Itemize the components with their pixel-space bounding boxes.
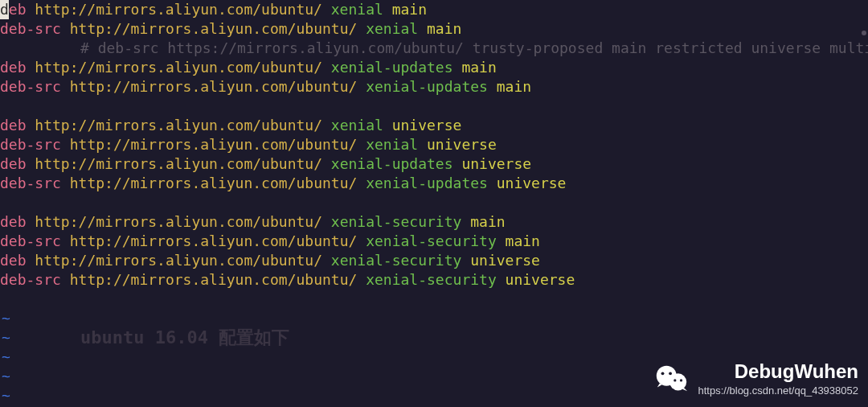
svg-point-1 <box>669 373 686 390</box>
token-suite: xenial-updates <box>331 58 462 77</box>
token-deb: deb <box>0 251 35 270</box>
editor-line[interactable] <box>0 193 868 212</box>
token-url: http://mirrors.aliyun.com/ubuntu/ <box>35 251 330 270</box>
token-suite: xenial <box>331 0 392 19</box>
editor-line[interactable]: deb-src http://mirrors.aliyun.com/ubuntu… <box>0 19 868 39</box>
token-suite: xenial <box>366 135 427 154</box>
editor-line[interactable]: deb-src http://mirrors.aliyun.com/ubuntu… <box>0 270 868 290</box>
token-component: universe <box>497 174 567 193</box>
text-cursor: d <box>0 0 9 19</box>
wechat-icon <box>653 360 690 402</box>
token-component: universe <box>470 251 540 270</box>
token-url: http://mirrors.aliyun.com/ubuntu/ <box>35 212 330 232</box>
token-deb: deb-src <box>0 135 70 154</box>
token-suite: xenial-updates <box>366 174 497 193</box>
token-suite: xenial <box>331 116 392 135</box>
editor-line[interactable]: deb http://mirrors.aliyun.com/ubuntu/ xe… <box>0 116 868 135</box>
token-suite: xenial-updates <box>331 154 462 174</box>
token-deb: deb <box>0 58 35 77</box>
watermark-label: DebugWuhen <box>735 362 858 381</box>
token-suite: xenial-security <box>366 232 505 251</box>
token-component: main <box>497 77 531 97</box>
token-deb: deb <box>0 116 35 135</box>
token-component: main <box>392 0 427 19</box>
token-component: main <box>470 212 505 232</box>
editor-line[interactable]: deb-src http://mirrors.aliyun.com/ubuntu… <box>0 77 868 97</box>
token-deb: eb <box>9 0 35 19</box>
token-deb: deb-src <box>0 174 70 193</box>
token-deb: deb-src <box>0 232 70 251</box>
watermark-link: https://blog.csdn.net/qq_43938052 <box>698 381 859 401</box>
editor-line[interactable]: deb http://mirrors.aliyun.com/ubuntu/ xe… <box>0 154 868 174</box>
token-suite: xenial-security <box>331 251 470 270</box>
editor-line[interactable] <box>0 39 868 58</box>
token-url: http://mirrors.aliyun.com/ubuntu/ <box>70 232 366 251</box>
token-deb: deb-src <box>0 270 70 290</box>
token-component: universe <box>392 116 462 135</box>
token-component: universe <box>461 154 531 174</box>
token-component: main <box>427 19 461 39</box>
token-suite: xenial-updates <box>366 77 497 97</box>
vim-tilde: ~ <box>0 386 10 405</box>
svg-point-4 <box>674 379 676 381</box>
vim-tilde: ~ <box>0 367 10 386</box>
token-component: main <box>506 232 540 251</box>
token-url: http://mirrors.aliyun.com/ubuntu/ <box>70 135 366 154</box>
token-suite: xenial <box>366 19 427 39</box>
editor-line[interactable]: deb http://mirrors.aliyun.com/ubuntu/ xe… <box>0 251 868 270</box>
editor-line[interactable]: deb-src http://mirrors.aliyun.com/ubuntu… <box>0 174 868 193</box>
token-deb: deb <box>0 212 35 232</box>
token-url: http://mirrors.aliyun.com/ubuntu/ <box>35 58 330 77</box>
vim-tilde: ~ <box>0 328 10 347</box>
token-url: http://mirrors.aliyun.com/ubuntu/ <box>35 154 330 174</box>
watermark: DebugWuhen https://blog.csdn.net/qq_4393… <box>653 360 859 402</box>
token-url: http://mirrors.aliyun.com/ubuntu/ <box>70 19 366 39</box>
token-suite: xenial-security <box>366 270 505 290</box>
token-url: http://mirrors.aliyun.com/ubuntu/ <box>35 0 330 19</box>
token-component: main <box>461 58 496 77</box>
editor-line[interactable]: deb http://mirrors.aliyun.com/ubuntu/ xe… <box>0 58 868 77</box>
token-suite: xenial-security <box>331 212 470 232</box>
svg-point-2 <box>661 372 664 375</box>
token-deb: deb-src <box>0 77 70 97</box>
editor-line[interactable] <box>0 97 868 116</box>
terminal-editor[interactable]: deb http://mirrors.aliyun.com/ubuntu/ xe… <box>0 0 868 405</box>
token-component: universe <box>427 135 497 154</box>
token-url: http://mirrors.aliyun.com/ubuntu/ <box>35 116 330 135</box>
editor-line[interactable]: ~ <box>0 309 868 328</box>
token-url: http://mirrors.aliyun.com/ubuntu/ <box>70 270 366 290</box>
token-url: http://mirrors.aliyun.com/ubuntu/ <box>70 174 366 193</box>
editor-line[interactable]: deb http://mirrors.aliyun.com/ubuntu/ xe… <box>0 0 868 19</box>
svg-point-5 <box>679 379 682 381</box>
editor-line[interactable]: deb-src http://mirrors.aliyun.com/ubuntu… <box>0 232 868 251</box>
token-deb: deb <box>0 154 35 174</box>
token-component: universe <box>506 270 575 290</box>
editor-line[interactable]: ~ <box>0 328 868 347</box>
editor-line[interactable]: deb http://mirrors.aliyun.com/ubuntu/ xe… <box>0 212 868 232</box>
vim-tilde: ~ <box>0 309 10 328</box>
editor-line[interactable]: deb-src http://mirrors.aliyun.com/ubuntu… <box>0 135 868 154</box>
vim-tilde: ~ <box>0 347 10 367</box>
editor-line[interactable] <box>0 290 868 309</box>
token-url: http://mirrors.aliyun.com/ubuntu/ <box>70 77 366 97</box>
token-deb: deb-src <box>0 19 70 39</box>
svg-point-3 <box>669 372 672 375</box>
